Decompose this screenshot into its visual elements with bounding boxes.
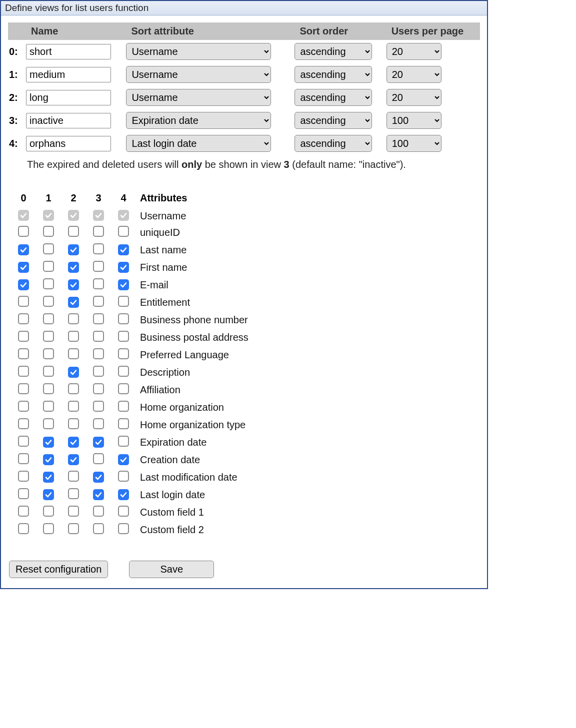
attribute-checkbox[interactable] bbox=[43, 348, 54, 359]
attribute-checkbox[interactable] bbox=[18, 523, 29, 534]
attribute-checkbox[interactable] bbox=[43, 331, 54, 342]
attribute-checkbox[interactable] bbox=[93, 226, 104, 237]
attribute-checkbox[interactable] bbox=[93, 401, 104, 412]
attribute-checkbox[interactable] bbox=[18, 313, 29, 324]
attribute-checkbox[interactable] bbox=[118, 348, 129, 359]
attribute-checkbox[interactable] bbox=[68, 383, 79, 394]
attribute-checkbox[interactable] bbox=[18, 453, 29, 464]
view-name-input[interactable] bbox=[26, 136, 111, 151]
attribute-checkbox[interactable] bbox=[68, 488, 79, 499]
attribute-checkbox[interactable] bbox=[93, 313, 104, 324]
sort-order-select[interactable]: ascending bbox=[294, 112, 372, 129]
attribute-checkbox[interactable] bbox=[118, 244, 129, 255]
attribute-checkbox[interactable] bbox=[43, 296, 54, 307]
sort-order-select[interactable]: ascending bbox=[294, 66, 372, 83]
attribute-checkbox[interactable] bbox=[43, 418, 54, 429]
attribute-checkbox[interactable] bbox=[18, 436, 29, 447]
attribute-checkbox[interactable] bbox=[118, 262, 129, 273]
attribute-checkbox[interactable] bbox=[43, 489, 54, 500]
attribute-checkbox[interactable] bbox=[68, 454, 79, 465]
sort-order-select[interactable]: ascending bbox=[294, 43, 372, 60]
attribute-checkbox[interactable] bbox=[93, 296, 104, 307]
attribute-checkbox[interactable] bbox=[68, 331, 79, 342]
attribute-checkbox[interactable] bbox=[93, 331, 104, 342]
attribute-checkbox[interactable] bbox=[43, 366, 54, 377]
attribute-checkbox[interactable] bbox=[18, 401, 29, 412]
reset-button[interactable]: Reset configuration bbox=[9, 561, 108, 578]
attribute-checkbox[interactable] bbox=[93, 348, 104, 359]
attribute-checkbox[interactable] bbox=[43, 437, 54, 448]
attribute-checkbox[interactable] bbox=[68, 279, 79, 290]
attribute-checkbox[interactable] bbox=[18, 366, 29, 377]
attribute-checkbox[interactable] bbox=[43, 523, 54, 534]
attribute-checkbox[interactable] bbox=[68, 437, 79, 448]
attribute-checkbox[interactable] bbox=[43, 383, 54, 394]
attribute-checkbox[interactable] bbox=[18, 296, 29, 307]
attribute-checkbox[interactable] bbox=[93, 383, 104, 394]
attribute-checkbox[interactable] bbox=[68, 244, 79, 255]
attribute-checkbox[interactable] bbox=[18, 383, 29, 394]
attribute-checkbox[interactable] bbox=[68, 226, 79, 237]
attribute-checkbox[interactable] bbox=[118, 296, 129, 307]
attribute-checkbox[interactable] bbox=[43, 243, 54, 254]
attribute-checkbox[interactable] bbox=[18, 279, 29, 290]
attribute-checkbox[interactable] bbox=[93, 278, 104, 289]
attribute-checkbox[interactable] bbox=[68, 471, 79, 482]
attribute-checkbox[interactable] bbox=[18, 506, 29, 517]
sort-attribute-select[interactable]: Username bbox=[126, 89, 271, 106]
attribute-checkbox[interactable] bbox=[93, 366, 104, 377]
attribute-checkbox[interactable] bbox=[43, 401, 54, 412]
attribute-checkbox[interactable] bbox=[118, 436, 129, 447]
save-button[interactable]: Save bbox=[129, 561, 214, 578]
sort-order-select[interactable]: ascending bbox=[294, 135, 372, 152]
per-page-select[interactable]: 20 bbox=[386, 43, 442, 60]
attribute-checkbox[interactable] bbox=[93, 472, 104, 483]
sort-attribute-select[interactable]: Expiration date bbox=[126, 112, 271, 129]
attribute-checkbox[interactable] bbox=[118, 383, 129, 394]
attribute-checkbox[interactable] bbox=[68, 523, 79, 534]
attribute-checkbox[interactable] bbox=[118, 366, 129, 377]
attribute-checkbox[interactable] bbox=[68, 348, 79, 359]
per-page-select[interactable]: 20 bbox=[386, 66, 442, 83]
attribute-checkbox[interactable] bbox=[118, 523, 129, 534]
attribute-checkbox[interactable] bbox=[68, 262, 79, 273]
attribute-checkbox[interactable] bbox=[68, 313, 79, 324]
attribute-checkbox[interactable] bbox=[68, 401, 79, 412]
attribute-checkbox[interactable] bbox=[93, 261, 104, 272]
attribute-checkbox[interactable] bbox=[43, 472, 54, 483]
attribute-checkbox[interactable] bbox=[43, 506, 54, 517]
attribute-checkbox[interactable] bbox=[18, 418, 29, 429]
view-name-input[interactable] bbox=[26, 44, 111, 59]
view-name-input[interactable] bbox=[26, 90, 111, 105]
attribute-checkbox[interactable] bbox=[93, 453, 104, 464]
attribute-checkbox[interactable] bbox=[93, 506, 104, 517]
attribute-checkbox[interactable] bbox=[118, 454, 129, 465]
sort-order-select[interactable]: ascending bbox=[294, 89, 372, 106]
attribute-checkbox[interactable] bbox=[68, 418, 79, 429]
sort-attribute-select[interactable]: Username bbox=[126, 43, 271, 60]
view-name-input[interactable] bbox=[26, 113, 111, 128]
attribute-checkbox[interactable] bbox=[118, 313, 129, 324]
sort-attribute-select[interactable]: Last login date bbox=[126, 135, 271, 152]
per-page-select[interactable]: 20 bbox=[386, 89, 442, 106]
attribute-checkbox[interactable] bbox=[18, 471, 29, 482]
view-name-input[interactable] bbox=[26, 67, 111, 82]
attribute-checkbox[interactable] bbox=[118, 331, 129, 342]
attribute-checkbox[interactable] bbox=[118, 401, 129, 412]
attribute-checkbox[interactable] bbox=[43, 226, 54, 237]
attribute-checkbox[interactable] bbox=[18, 348, 29, 359]
attribute-checkbox[interactable] bbox=[118, 279, 129, 290]
attribute-checkbox[interactable] bbox=[18, 331, 29, 342]
attribute-checkbox[interactable] bbox=[68, 367, 79, 378]
attribute-checkbox[interactable] bbox=[68, 506, 79, 517]
attribute-checkbox[interactable] bbox=[93, 523, 104, 534]
attribute-checkbox[interactable] bbox=[93, 243, 104, 254]
sort-attribute-select[interactable]: Username bbox=[126, 66, 271, 83]
attribute-checkbox[interactable] bbox=[118, 489, 129, 500]
attribute-checkbox[interactable] bbox=[93, 489, 104, 500]
attribute-checkbox[interactable] bbox=[43, 313, 54, 324]
attribute-checkbox[interactable] bbox=[43, 278, 54, 289]
per-page-select[interactable]: 100 bbox=[386, 135, 442, 152]
attribute-checkbox[interactable] bbox=[43, 261, 54, 272]
attribute-checkbox[interactable] bbox=[93, 418, 104, 429]
